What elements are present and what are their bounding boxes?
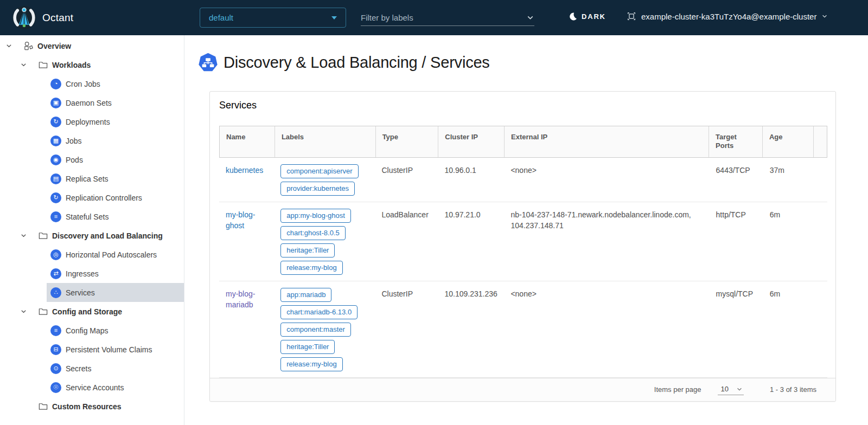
items-per-page-value: 10 — [721, 385, 729, 393]
pods-icon: ◉ — [50, 154, 61, 165]
chevron-down-icon[interactable] — [20, 61, 27, 68]
sidebar-item-discovery-and-load-balancing[interactable]: Discovery and Load Balancing — [0, 226, 184, 245]
sidebar-item-config-maps[interactable]: ≡Config Maps — [47, 321, 184, 340]
sidebar-item-label: Deployments — [66, 118, 110, 126]
label-badge: component:master — [280, 323, 351, 337]
sidebar-item-label: Workloads — [52, 61, 91, 69]
column-header-cluster-ip: Cluster IP — [438, 126, 504, 157]
horizontal-pod-autoscalers-icon: ◎ — [50, 249, 61, 260]
ingresses-icon: ⇄ — [50, 268, 61, 279]
sidebar-item-label: Secrets — [66, 364, 91, 373]
sidebar-item-replication-controllers[interactable]: ↻Replication Controllers — [47, 188, 184, 207]
folder-icon — [38, 401, 48, 411]
service-name-link[interactable]: my-blog-ghost — [226, 210, 255, 230]
labels-cell: app:mariadbchart:mariadb-6.13.0component… — [274, 281, 375, 377]
brand: Octant — [12, 5, 73, 30]
sidebar-item-pods[interactable]: ◉Pods — [47, 150, 184, 169]
label-badge: app:my-blog-ghost — [280, 209, 351, 223]
chevron-down-icon[interactable] — [526, 14, 534, 22]
services-heptagon-icon — [199, 53, 218, 72]
label-badge: app:mariadb — [280, 288, 331, 302]
type-cell: LoadBalancer — [375, 202, 438, 281]
sidebar-item-daemon-sets[interactable]: ▣Daemon Sets — [47, 93, 184, 112]
labels-cell: app:my-blog-ghostchart:ghost-8.0.5herita… — [274, 202, 375, 281]
sidebar-item-replica-sets[interactable]: ▤Replica Sets — [47, 169, 184, 188]
label-filter — [361, 10, 534, 26]
replica-sets-icon: ▤ — [50, 173, 61, 184]
column-header-age: Age — [762, 126, 813, 157]
sidebar-item-label: Config and Storage — [52, 307, 122, 316]
sidebar-item-stateful-sets[interactable]: ≡Stateful Sets — [47, 207, 184, 226]
name-cell: my-blog-ghost — [219, 202, 274, 281]
table-header-row: NameLabelsTypeCluster IPExternal IPTarge… — [219, 126, 827, 158]
sidebar-item-label: Replica Sets — [66, 175, 108, 183]
sidebar-item-overview[interactable]: Overview — [0, 36, 184, 55]
column-header-external-ip: External IP — [504, 126, 709, 157]
namespace-value: default — [209, 13, 331, 22]
sidebar-item-ingresses[interactable]: ⇄Ingresses — [47, 264, 184, 283]
sidebar-item-label: Ingresses — [66, 269, 99, 278]
service-row-my-blog-ghost: my-blog-ghostapp:my-blog-ghostchart:ghos… — [219, 202, 827, 281]
sidebar-item-config-and-storage[interactable]: Config and Storage — [0, 302, 184, 321]
sidebar-item-secrets[interactable]: ⊙Secrets — [47, 359, 184, 378]
sidebar-item-services[interactable]: ∴Services — [47, 283, 184, 302]
sidebar-item-label: Daemon Sets — [66, 99, 112, 107]
sidebar-item-custom-resources[interactable]: Custom Resources — [0, 397, 184, 416]
dark-mode-label: DARK — [582, 12, 606, 21]
folder-icon — [38, 230, 48, 241]
column-header-name: Name — [220, 126, 275, 157]
app-header: Octant default DARK example-cluster-ka3T… — [0, 0, 868, 35]
chevron-down-icon — [736, 386, 743, 392]
external-ip-cell: nb-104-237-148-71.newark.nodebalancer.li… — [504, 202, 709, 281]
replication-controllers-icon: ↻ — [50, 192, 61, 203]
filler-cell — [814, 158, 827, 202]
cron-jobs-icon: ◔ — [50, 79, 61, 89]
persistent-volume-claims-icon: ⊟ — [50, 344, 61, 355]
services-icon: ∴ — [50, 287, 61, 298]
type-cell: ClusterIP — [375, 281, 438, 377]
target-ports-cell: 6443/TCP — [710, 158, 763, 202]
sidebar-item-jobs[interactable]: ▦Jobs — [47, 131, 184, 150]
chevron-down-icon — [821, 13, 828, 20]
external-ip-cell: <none> — [504, 158, 709, 202]
service-row-kubernetes: kubernetescomponent:apiserverprovider:ku… — [219, 158, 827, 202]
sidebar-item-cron-jobs[interactable]: ◔Cron Jobs — [47, 74, 184, 93]
sidebar-item-label: Horizontal Pod Autoscalers — [66, 250, 157, 259]
items-per-page-select[interactable]: 10 — [718, 384, 744, 395]
label-badge: chart:ghost-8.0.5 — [280, 226, 346, 240]
cluster-selector[interactable]: example-cluster-ka3TuTzYo4a@example-clus… — [627, 11, 828, 21]
service-name-link[interactable]: my-blog-mariadb — [226, 289, 255, 309]
sidebar-item-horizontal-pod-autoscalers[interactable]: ◎Horizontal Pod Autoscalers — [47, 245, 184, 264]
column-header-target-ports: Target Ports — [709, 126, 762, 157]
services-table: NameLabelsTypeCluster IPExternal IPTarge… — [219, 126, 827, 378]
sidebar-item-label: Config Maps — [66, 326, 108, 335]
table-footer: Items per page 10 1 - 3 of 3 items — [210, 378, 835, 401]
chevron-down-icon[interactable] — [5, 42, 12, 49]
sidebar-item-label: Persistent Volume Claims — [66, 345, 152, 354]
chevron-down-icon[interactable] — [20, 232, 27, 239]
external-ip-cell: <none> — [504, 281, 709, 377]
sidebar-item-workloads[interactable]: Workloads — [0, 55, 184, 74]
filler-cell — [814, 281, 827, 377]
card-title: Services — [210, 92, 835, 111]
target-ports-cell: mysql/TCP — [710, 281, 763, 377]
pagination-range: 1 - 3 of 3 items — [764, 385, 816, 394]
label-filter-input[interactable] — [361, 13, 526, 22]
chevron-down-icon[interactable] — [20, 308, 27, 315]
column-header-type: Type — [375, 126, 438, 157]
sidebar-item-service-accounts[interactable]: ☉Service Accounts — [47, 378, 184, 397]
page-title: Discovery & Load Balancing / Services — [224, 54, 490, 72]
service-name-link[interactable]: kubernetes — [226, 166, 263, 175]
sidebar-item-persistent-volume-claims[interactable]: ⊟Persistent Volume Claims — [47, 340, 184, 359]
name-cell: kubernetes — [219, 158, 274, 202]
namespace-select[interactable]: default — [200, 8, 346, 28]
cluster-icon — [627, 11, 636, 21]
target-ports-cell: http/TCP — [710, 202, 763, 281]
sidebar-item-label: Discovery and Load Balancing — [52, 231, 163, 240]
sidebar-item-deployments[interactable]: ↻Deployments — [47, 112, 184, 131]
cluster-ip-cell: 10.109.231.236 — [438, 281, 504, 377]
main-content: Discovery & Load Balancing / Services Se… — [184, 35, 868, 425]
items-per-page-label: Items per page — [654, 385, 701, 394]
dark-mode-toggle[interactable]: DARK — [569, 12, 606, 21]
octant-logo-icon — [12, 5, 36, 30]
